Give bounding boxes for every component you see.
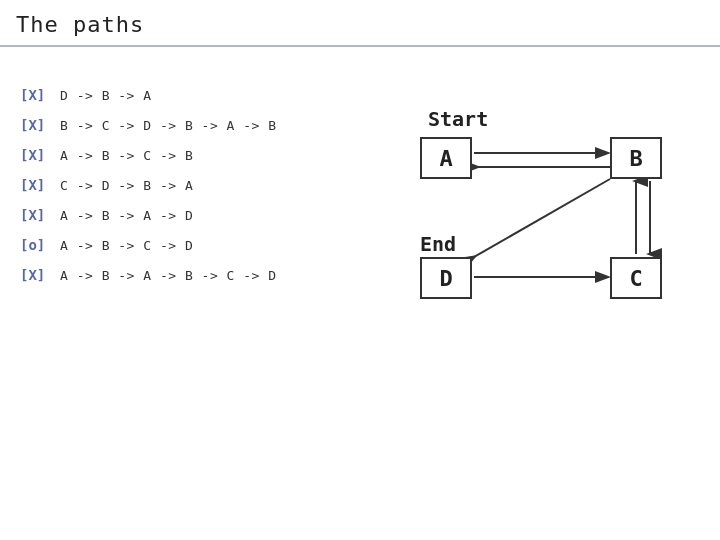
path-badge: [o] xyxy=(20,237,48,253)
node-D: D xyxy=(420,257,472,299)
diagram-arrows xyxy=(400,77,700,357)
path-row: [X]C -> D -> B -> A xyxy=(20,177,360,193)
path-text: C -> D -> B -> A xyxy=(60,178,193,193)
node-B: B xyxy=(610,137,662,179)
header: The paths xyxy=(0,0,720,47)
main-content: [X]D -> B -> A[X]B -> C -> D -> B -> A -… xyxy=(0,47,720,397)
path-text: D -> B -> A xyxy=(60,88,152,103)
path-row: [X]B -> C -> D -> B -> A -> B xyxy=(20,117,360,133)
node-A: A xyxy=(420,137,472,179)
path-badge: [X] xyxy=(20,177,48,193)
path-row: [o]A -> B -> C -> D xyxy=(20,237,360,253)
diagram-area: Start End xyxy=(400,77,700,377)
page-title: The paths xyxy=(16,12,704,37)
path-badge: [X] xyxy=(20,207,48,223)
path-row: [X]D -> B -> A xyxy=(20,87,360,103)
path-text: A -> B -> C -> D xyxy=(60,238,193,253)
path-text: A -> B -> A -> D xyxy=(60,208,193,223)
paths-list: [X]D -> B -> A[X]B -> C -> D -> B -> A -… xyxy=(20,77,360,377)
path-row: [X]A -> B -> C -> B xyxy=(20,147,360,163)
path-badge: [X] xyxy=(20,87,48,103)
svg-line-5 xyxy=(474,179,610,257)
path-row: [X]A -> B -> A -> D xyxy=(20,207,360,223)
path-badge: [X] xyxy=(20,147,48,163)
path-badge: [X] xyxy=(20,117,48,133)
node-C: C xyxy=(610,257,662,299)
path-text: A -> B -> C -> B xyxy=(60,148,193,163)
path-row: [X]A -> B -> A -> B -> C -> D xyxy=(20,267,360,283)
path-text: B -> C -> D -> B -> A -> B xyxy=(60,118,277,133)
path-badge: [X] xyxy=(20,267,48,283)
path-text: A -> B -> A -> B -> C -> D xyxy=(60,268,277,283)
